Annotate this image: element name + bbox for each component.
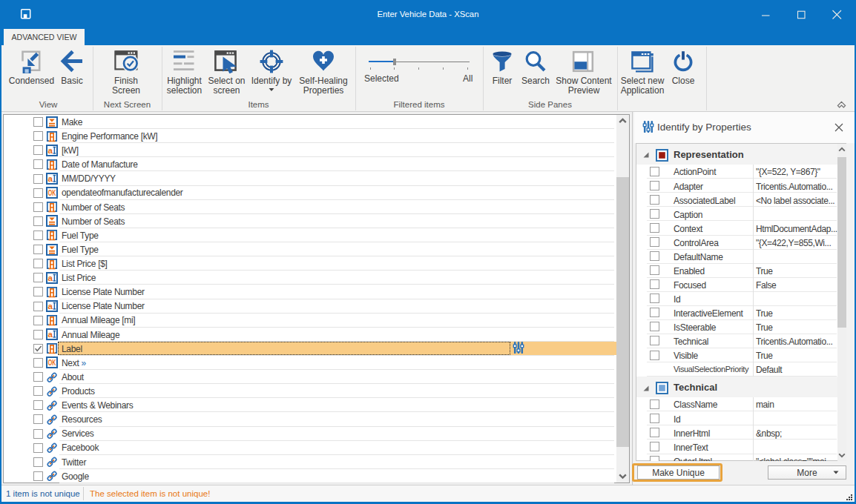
svg-text:a: a [48, 302, 53, 311]
svg-text:OK: OK [48, 358, 56, 367]
svg-text:a: a [48, 330, 53, 339]
svg-text:a: a [48, 273, 53, 282]
svg-text:a: a [48, 146, 53, 155]
svg-text:OK: OK [48, 188, 56, 197]
svg-text:a: a [48, 174, 53, 183]
